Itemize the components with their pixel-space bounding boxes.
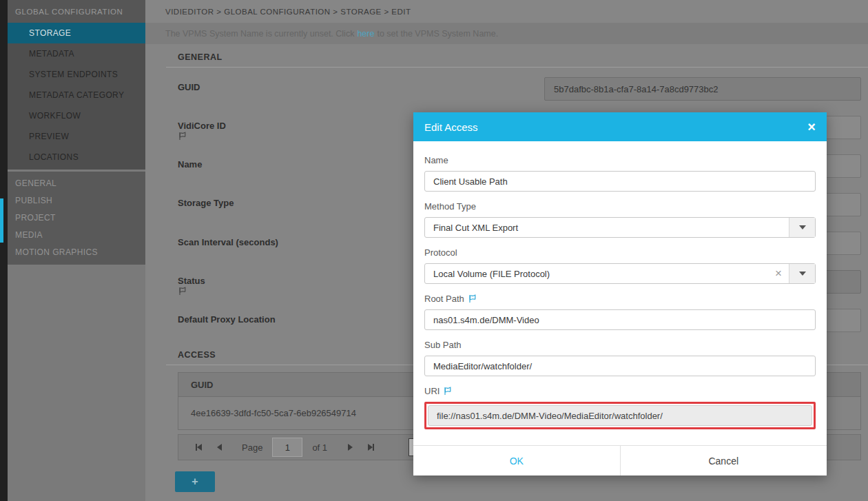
guid-value-field: 5b7dafbc-8b1a-cfa7-8a14-7a8cd9773bc2 (544, 77, 861, 101)
sidebar-item-preview[interactable]: PREVIEW (8, 126, 145, 147)
uri-highlight-box (424, 402, 816, 429)
prev-page-button[interactable] (209, 438, 229, 456)
sidebar-item-publish[interactable]: PUBLISH (8, 192, 145, 209)
page-of-label: of 1 (312, 442, 327, 453)
method-type-value: Final Cut XML Export (433, 223, 518, 233)
sidebar-item-storage[interactable]: STORAGE (8, 23, 145, 43)
modal-body: Name Method Type Final Cut XML Export Pr… (413, 141, 827, 429)
notification-link-here[interactable]: here (357, 29, 374, 39)
close-icon[interactable]: × (807, 120, 816, 134)
notification-text-post: to set the VPMS System Name. (377, 29, 498, 39)
access-section-title: ACCESS (178, 350, 216, 360)
last-page-button[interactable] (360, 438, 381, 456)
protocol-value: Local Volume (FILE Protocol) (433, 269, 550, 279)
modal-footer: OK Cancel (413, 445, 827, 476)
sidebar-item-motion-graphics[interactable]: MOTION GRAPHICS (8, 243, 145, 260)
sidebar-item-metadata-category[interactable]: METADATA CATEGORY (8, 85, 145, 105)
modal-title: Edit Access (424, 121, 807, 133)
sidebar-primary-menu: STORAGE METADATA SYSTEM ENDPOINTS METADA… (8, 23, 145, 170)
default-proxy-location-label: Default Proxy Location (178, 314, 276, 325)
left-edge-panel (0, 0, 8, 501)
modal-uri-label: URI (424, 386, 816, 396)
flag-icon (468, 294, 477, 303)
modal-protocol-label: Protocol (424, 247, 816, 258)
ok-button[interactable]: OK (413, 446, 621, 476)
sidebar-item-workflow[interactable]: WORKFLOW (8, 105, 145, 126)
sub-path-input[interactable] (424, 356, 816, 376)
clear-icon[interactable]: × (775, 264, 782, 283)
modal-sub-path-label: Sub Path (424, 340, 816, 350)
guid-label: GUID (178, 82, 200, 92)
general-section-title: GENERAL (178, 52, 223, 62)
next-page-button[interactable] (340, 438, 360, 456)
sidebar-secondary-menu: GENERAL PUBLISH PROJECT MEDIA MOTION GRA… (8, 172, 145, 265)
guid-column-header: GUID (191, 380, 214, 390)
notification-text: The VPMS System Name is currently unset.… (165, 29, 354, 39)
modal-root-path-label: Root Path (424, 294, 816, 304)
breadcrumb[interactable]: VIDIEDITOR > GLOBAL CONFIGURATION > STOR… (145, 0, 868, 23)
vidicore-id-label: VidiCore ID (178, 121, 229, 140)
row-guid-value: 4ee16639-3dfd-fc50-5ca7-6eb926549714 (191, 408, 356, 418)
edit-access-modal: Edit Access × Name Method Type Final Cut… (413, 112, 827, 476)
first-page-button[interactable] (188, 438, 209, 456)
status-label: Status (178, 276, 209, 295)
modal-header: Edit Access × (413, 112, 827, 141)
sidebar-item-locations[interactable]: LOCATIONS (8, 147, 145, 167)
app-window: GLOBAL CONFIGURATION STORAGE METADATA SY… (0, 0, 868, 501)
sidebar: GLOBAL CONFIGURATION STORAGE METADATA SY… (8, 0, 145, 501)
method-type-select[interactable]: Final Cut XML Export (424, 217, 816, 238)
sidebar-item-system-endpoints[interactable]: SYSTEM ENDPOINTS (8, 64, 145, 85)
cancel-button[interactable]: Cancel (621, 446, 827, 476)
sidebar-item-general[interactable]: GENERAL (8, 174, 145, 192)
modal-name-input[interactable] (424, 171, 816, 192)
chevron-down-icon[interactable] (789, 264, 815, 283)
storage-type-label: Storage Type (178, 198, 234, 208)
sidebar-item-metadata[interactable]: METADATA (8, 43, 145, 64)
modal-name-label: Name (424, 155, 816, 165)
add-access-button[interactable]: + (175, 471, 215, 492)
scan-interval-label: Scan Interval (seconds) (178, 237, 278, 247)
uri-field (428, 405, 812, 426)
modal-method-type-label: Method Type (424, 201, 816, 212)
notification-bar: The VPMS System Name is currently unset.… (145, 23, 868, 44)
flag-icon (443, 387, 452, 396)
chevron-down-icon[interactable] (789, 218, 815, 237)
flag-icon (178, 287, 209, 296)
sidebar-item-media[interactable]: MEDIA (8, 226, 145, 243)
sidebar-header: GLOBAL CONFIGURATION (8, 0, 145, 23)
sidebar-item-project[interactable]: PROJECT (8, 209, 145, 226)
page-label: Page (242, 442, 262, 453)
root-path-input[interactable] (424, 309, 816, 330)
name-label: Name (178, 159, 202, 170)
protocol-select[interactable]: Local Volume (FILE Protocol) × (424, 263, 816, 284)
flag-icon (178, 132, 229, 141)
general-section-rule (166, 67, 868, 68)
page-number-input[interactable] (272, 438, 302, 457)
scrollbar-thumb[interactable] (0, 198, 3, 243)
